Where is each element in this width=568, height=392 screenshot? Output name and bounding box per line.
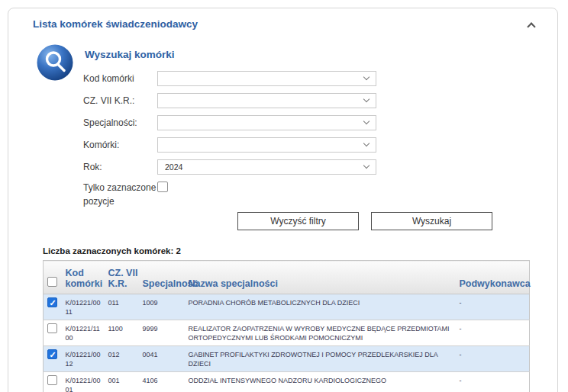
- search-section-heading: Wyszukaj komórki: [85, 49, 175, 60]
- header-checkbox-cell: [44, 261, 63, 294]
- select-all-checkbox[interactable]: [47, 277, 57, 287]
- cell-cz-vii-kr: 012: [106, 346, 140, 372]
- cell-podwykonawca: -: [457, 372, 530, 392]
- cell-kod-komorki: K/01221/0001: [63, 372, 106, 392]
- field-dropdown[interactable]: 2024: [157, 159, 376, 175]
- chevron-down-icon: [363, 140, 370, 146]
- field-label: Kod komórki: [83, 73, 157, 84]
- row-checkbox-cell: [44, 346, 63, 372]
- cell-nazwa-specjalnosci: REALIZATOR ZAOPATRZENIA W WYROBY MEDYCZN…: [186, 320, 457, 346]
- table-row: K/01221/0001 001 4106 ODDZIAŁ INTENSYWNE…: [44, 372, 530, 392]
- column-header-nazwa: Nazwa specjalności: [186, 261, 457, 294]
- chevron-down-icon: [363, 118, 370, 124]
- cell-kod-komorki: K/01221/1100: [63, 320, 106, 346]
- clear-filters-button[interactable]: Wyczyść filtry: [237, 212, 359, 230]
- form-field-row: CZ. VII K.R.:: [83, 92, 389, 108]
- row-checkbox-cell: [44, 320, 63, 346]
- column-header-kod: Kod komórki: [63, 261, 106, 294]
- search-button[interactable]: Wyszukaj: [371, 212, 492, 230]
- row-checkbox-cell: [44, 372, 63, 392]
- collapse-panel-button[interactable]: [525, 19, 537, 31]
- table-row: K/01221/0012 012 0041 GABINET PROFILAKTY…: [44, 346, 530, 372]
- magnifier-sphere-icon: [36, 43, 74, 82]
- filter-actions: Wyczyść filtry Wyszukaj: [237, 212, 492, 230]
- form-field-row: Specjalności:: [83, 114, 389, 130]
- field-dropdown[interactable]: [157, 115, 376, 130]
- field-label: CZ. VII K.R.:: [83, 95, 157, 106]
- field-label: Komórki:: [83, 140, 157, 150]
- chevron-down-icon: [363, 96, 370, 102]
- cell-kod-komorki: K/01221/0011: [63, 294, 106, 320]
- column-header-cz-vii: CZ. VII K.R.: [106, 261, 140, 294]
- field-dropdown[interactable]: [157, 71, 376, 86]
- cell-kod-komorki: K/01221/0012: [63, 346, 106, 372]
- form-field-row: Komórki:: [83, 137, 389, 153]
- chevron-up-icon: [527, 22, 535, 31]
- cell-nazwa-specjalnosci: PORADNIA CHORÓB METABOLICZNYCH DLA DZIEC…: [186, 294, 457, 320]
- cell-specjalnosc: 0041: [140, 346, 186, 372]
- form-field-row: Rok: 2024: [83, 159, 389, 175]
- field-dropdown[interactable]: [157, 93, 376, 108]
- cell-specjalnosc: 4106: [140, 372, 186, 392]
- table-row: K/01221/1100 1100 9999 REALIZATOR ZAOPAT…: [44, 320, 530, 346]
- cell-cz-vii-kr: 001: [106, 372, 140, 392]
- chevron-down-icon: [363, 74, 370, 80]
- row-checkbox[interactable]: [47, 375, 57, 385]
- only-selected-checkbox[interactable]: [157, 182, 168, 192]
- selected-count-label: Liczba zaznaczonych komórek: 2: [43, 246, 181, 255]
- field-rows: Kod komórki CZ. VII K.R.: Specjalności: …: [83, 70, 389, 175]
- search-form: Kod komórki CZ. VII K.R.: Specjalności: …: [83, 70, 389, 208]
- row-checkbox-cell: [44, 294, 63, 320]
- cell-nazwa-specjalnosci: GABINET PROFILAKTYKI ZDROWOTNEJ I POMOCY…: [186, 346, 457, 372]
- column-header-podwykonawca: Podwykonawca: [457, 261, 530, 294]
- units-table: Kod komórki CZ. VII K.R. Specjalność Naz…: [43, 260, 530, 392]
- only-selected-row: Tylko zaznaczone pozycje: [83, 181, 389, 208]
- cell-nazwa-specjalnosci: ODDZIAŁ INTENSYWNEGO NADZORU KARDIOLOGIC…: [186, 372, 457, 392]
- table-header-row: Kod komórki CZ. VII K.R. Specjalność Naz…: [44, 261, 530, 294]
- dropdown-value: 2024: [165, 162, 182, 172]
- table-row: K/01221/0011 011 1009 PORADNIA CHORÓB ME…: [44, 294, 530, 320]
- cell-podwykonawca: -: [457, 320, 530, 346]
- cell-cz-vii-kr: 1100: [106, 320, 140, 346]
- page-title: Lista komórek świadczeniodawcy: [33, 18, 198, 30]
- cell-cz-vii-kr: 011: [106, 294, 140, 320]
- cell-podwykonawca: -: [457, 346, 530, 372]
- provider-units-panel: Lista komórek świadczeniodawcy Wyszukaj …: [8, 8, 558, 392]
- form-field-row: Kod komórki: [83, 70, 389, 86]
- field-label: Rok:: [83, 162, 157, 172]
- row-checkbox[interactable]: [47, 297, 57, 307]
- cell-specjalnosc: 1009: [140, 294, 186, 320]
- only-selected-label: Tylko zaznaczone pozycje: [83, 181, 157, 208]
- row-checkbox[interactable]: [47, 349, 57, 359]
- row-checkbox[interactable]: [47, 323, 57, 333]
- field-dropdown[interactable]: [157, 137, 376, 153]
- cell-podwykonawca: -: [457, 294, 530, 320]
- column-header-specjalnosc: Specjalność: [140, 261, 186, 294]
- field-label: Specjalności:: [83, 117, 157, 128]
- cell-specjalnosc: 9999: [140, 320, 186, 346]
- chevron-down-icon: [363, 162, 370, 169]
